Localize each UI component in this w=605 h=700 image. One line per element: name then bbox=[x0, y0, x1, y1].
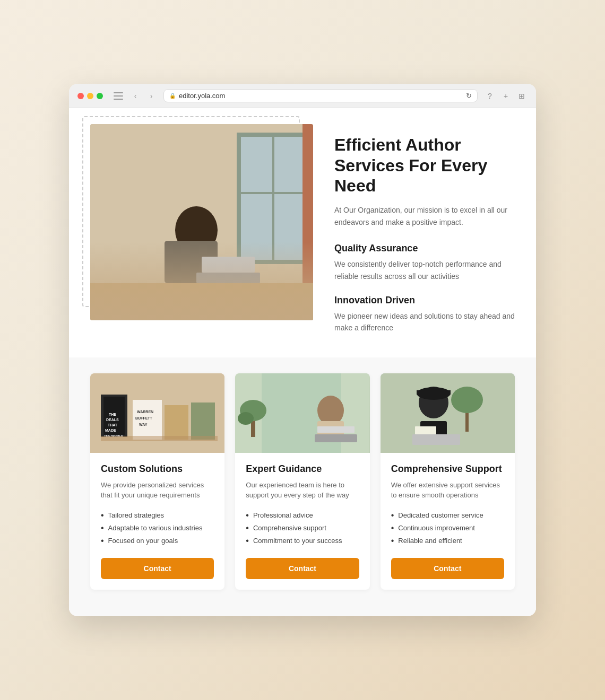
card-image-man bbox=[381, 373, 515, 453]
card2-title: Expert Guidance bbox=[246, 463, 359, 475]
svg-rect-8 bbox=[165, 241, 218, 283]
list-item: Adaptable to various industries bbox=[101, 522, 214, 535]
card1-list: Tailored strategies Adaptable to various… bbox=[101, 509, 214, 547]
card-image-books: THE DEALS THAT MADE THE WORLD WARREN BUF… bbox=[90, 373, 224, 453]
feature2-desc: We pioneer new ideas and solutions to st… bbox=[334, 310, 515, 334]
svg-text:THAT: THAT bbox=[108, 423, 118, 427]
traffic-lights bbox=[77, 93, 103, 99]
svg-rect-43 bbox=[412, 434, 460, 445]
svg-rect-24 bbox=[191, 402, 215, 440]
cards-section: THE DEALS THAT MADE THE WORLD WARREN BUF… bbox=[69, 357, 536, 616]
svg-rect-33 bbox=[315, 434, 357, 442]
svg-point-30 bbox=[238, 412, 254, 425]
feature1-desc: We consistently deliver top-notch perfor… bbox=[334, 258, 515, 282]
card-comprehensive-support: Comprehensive Support We offer extensive… bbox=[381, 373, 515, 590]
svg-rect-23 bbox=[165, 405, 188, 440]
svg-point-31 bbox=[317, 396, 344, 425]
card3-title: Comprehensive Support bbox=[391, 463, 504, 475]
maximize-button[interactable] bbox=[97, 93, 103, 99]
list-item: Continuous improvement bbox=[391, 522, 504, 535]
minimize-button[interactable] bbox=[87, 93, 93, 99]
svg-text:WARREN: WARREN bbox=[137, 410, 153, 414]
lock-icon: 🔒 bbox=[169, 93, 176, 99]
contact-button-3[interactable]: Contact bbox=[391, 558, 504, 579]
svg-point-38 bbox=[451, 387, 483, 413]
hero-image bbox=[90, 124, 313, 320]
browser-nav: ‹ › bbox=[129, 90, 157, 102]
back-button[interactable]: ‹ bbox=[129, 90, 141, 102]
new-tab-button[interactable]: + bbox=[500, 90, 512, 102]
list-item: Commitment to your success bbox=[246, 535, 359, 547]
svg-rect-9 bbox=[196, 273, 260, 283]
forward-button[interactable]: › bbox=[145, 90, 157, 102]
svg-rect-44 bbox=[415, 426, 436, 434]
list-item: Tailored strategies bbox=[101, 509, 214, 522]
contact-button-1[interactable]: Contact bbox=[101, 558, 214, 579]
svg-rect-25 bbox=[101, 436, 218, 441]
card1-title: Custom Solutions bbox=[101, 463, 214, 475]
svg-rect-10 bbox=[202, 257, 255, 273]
card-body-2: Expert Guidance Our experienced team is … bbox=[235, 453, 369, 590]
card3-desc: We offer extensive support services to e… bbox=[391, 480, 504, 501]
svg-point-7 bbox=[175, 206, 218, 254]
svg-text:THE: THE bbox=[109, 413, 116, 416]
close-button[interactable] bbox=[77, 93, 84, 99]
hero-section: Efficient Author Services For Every Need… bbox=[90, 124, 515, 347]
card-body-3: Comprehensive Support We offer extensive… bbox=[381, 453, 515, 590]
svg-text:MADE: MADE bbox=[105, 428, 116, 432]
hero-description: At Our Organization, our mission is to e… bbox=[334, 204, 515, 228]
svg-rect-5 bbox=[302, 124, 313, 320]
browser-actions: ? + ⊞ bbox=[484, 90, 528, 102]
card-expert-guidance: Expert Guidance Our experienced team is … bbox=[235, 373, 369, 590]
svg-text:BUFFETT: BUFFETT bbox=[135, 416, 153, 420]
svg-rect-41 bbox=[417, 390, 451, 395]
list-item: Comprehensive support bbox=[246, 522, 359, 535]
reload-icon[interactable]: ↻ bbox=[466, 92, 472, 100]
hero-image-container bbox=[90, 124, 313, 320]
svg-text:DEALS: DEALS bbox=[106, 418, 119, 422]
help-button[interactable]: ? bbox=[484, 90, 496, 102]
svg-text:WAY: WAY bbox=[139, 423, 148, 426]
hero-text: Efficient Author Services For Every Need… bbox=[334, 124, 515, 347]
card-body-1: Custom Solutions We provide personalized… bbox=[90, 453, 224, 590]
svg-rect-6 bbox=[90, 283, 313, 320]
cards-grid: THE DEALS THAT MADE THE WORLD WARREN BUF… bbox=[90, 373, 515, 590]
extensions-button[interactable]: ⊞ bbox=[516, 90, 528, 102]
address-bar[interactable] bbox=[179, 92, 463, 100]
hero-title: Efficient Author Services For Every Need bbox=[334, 135, 515, 196]
svg-rect-34 bbox=[317, 426, 355, 433]
address-bar-container[interactable]: 🔒 ↻ bbox=[163, 89, 478, 102]
browser-chrome: ‹ › 🔒 ↻ ? + ⊞ bbox=[69, 84, 536, 108]
list-item: Focused on your goals bbox=[101, 535, 214, 547]
contact-button-2[interactable]: Contact bbox=[246, 558, 359, 579]
sidebar-toggle-icon[interactable] bbox=[114, 92, 123, 100]
card-image-woman bbox=[235, 373, 369, 453]
card3-list: Dedicated customer service Continuous im… bbox=[391, 509, 504, 547]
feature2-title: Innovation Driven bbox=[334, 295, 515, 306]
card-custom-solutions: THE DEALS THAT MADE THE WORLD WARREN BUF… bbox=[90, 373, 224, 590]
list-item: Professional advice bbox=[246, 509, 359, 522]
card2-list: Professional advice Comprehensive suppor… bbox=[246, 509, 359, 547]
list-item: Reliable and efficient bbox=[391, 535, 504, 547]
card2-desc: Our experienced team is here to support … bbox=[246, 480, 359, 501]
list-item: Dedicated customer service bbox=[391, 509, 504, 522]
feature1-title: Quality Assurance bbox=[334, 243, 515, 254]
page-content: Efficient Author Services For Every Need… bbox=[69, 108, 536, 616]
browser-window: ‹ › 🔒 ↻ ? + ⊞ bbox=[69, 84, 536, 616]
card1-desc: We provide personalized services that fi… bbox=[101, 480, 214, 501]
